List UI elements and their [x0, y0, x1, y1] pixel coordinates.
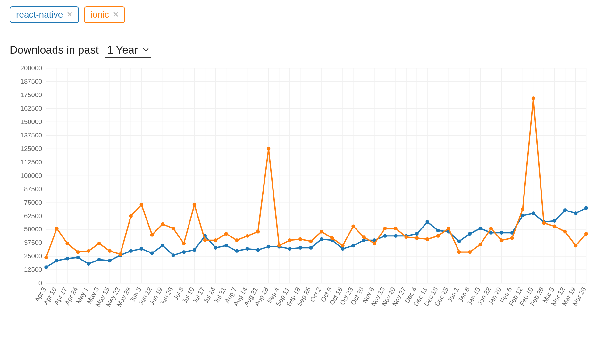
data-point[interactable] — [129, 249, 133, 253]
data-point[interactable] — [298, 246, 302, 250]
data-point[interactable] — [553, 224, 556, 228]
data-point[interactable] — [404, 235, 408, 239]
data-point[interactable] — [521, 207, 524, 211]
data-point[interactable] — [532, 96, 535, 100]
data-point[interactable] — [119, 252, 122, 256]
close-icon[interactable]: ✕ — [67, 11, 72, 19]
chevron-down-icon — [143, 48, 149, 52]
data-point[interactable] — [129, 214, 133, 218]
data-point[interactable] — [214, 246, 217, 250]
data-point[interactable] — [500, 231, 503, 235]
data-point[interactable] — [425, 220, 429, 224]
data-point[interactable] — [182, 242, 186, 245]
data-point[interactable] — [161, 222, 164, 226]
data-point[interactable] — [341, 247, 344, 251]
data-point[interactable] — [383, 234, 387, 238]
data-point[interactable] — [214, 238, 217, 242]
data-point[interactable] — [468, 232, 472, 236]
data-point[interactable] — [574, 244, 577, 247]
data-point[interactable] — [193, 248, 196, 252]
data-point[interactable] — [44, 265, 48, 269]
data-point[interactable] — [489, 227, 493, 230]
data-point[interactable] — [267, 245, 270, 248]
data-point[interactable] — [55, 227, 58, 230]
data-point[interactable] — [182, 250, 186, 254]
data-point[interactable] — [584, 206, 588, 210]
data-point[interactable] — [87, 262, 90, 266]
data-point[interactable] — [330, 236, 334, 240]
data-point[interactable] — [394, 227, 397, 230]
data-point[interactable] — [563, 208, 567, 212]
data-point[interactable] — [140, 203, 143, 206]
data-point[interactable] — [320, 237, 323, 241]
data-point[interactable] — [55, 259, 58, 262]
data-point[interactable] — [65, 242, 69, 245]
data-point[interactable] — [288, 247, 291, 251]
data-point[interactable] — [203, 238, 207, 242]
data-point[interactable] — [542, 221, 546, 225]
data-point[interactable] — [172, 253, 175, 257]
data-point[interactable] — [320, 230, 323, 233]
data-point[interactable] — [447, 227, 450, 230]
data-point[interactable] — [351, 224, 355, 228]
data-point[interactable] — [584, 232, 588, 236]
y-tick-label: 0 — [38, 279, 42, 286]
period-select[interactable]: 1 Year — [105, 42, 151, 58]
data-point[interactable] — [415, 232, 418, 236]
data-point[interactable] — [373, 242, 376, 245]
data-point[interactable] — [479, 227, 482, 230]
data-point[interactable] — [436, 234, 440, 238]
data-point[interactable] — [468, 250, 472, 254]
data-point[interactable] — [425, 237, 429, 241]
data-point[interactable] — [65, 257, 69, 260]
data-point[interactable] — [362, 238, 365, 242]
data-point[interactable] — [108, 249, 111, 253]
data-point[interactable] — [193, 203, 196, 206]
data-point[interactable] — [298, 237, 302, 241]
data-point[interactable] — [161, 244, 164, 247]
data-point[interactable] — [553, 219, 556, 223]
data-point[interactable] — [235, 238, 239, 242]
data-point[interactable] — [108, 259, 111, 262]
data-point[interactable] — [574, 211, 577, 215]
data-point[interactable] — [150, 233, 154, 236]
close-icon[interactable]: ✕ — [113, 11, 119, 19]
data-point[interactable] — [76, 250, 80, 254]
data-point[interactable] — [246, 247, 249, 251]
data-point[interactable] — [351, 244, 355, 247]
data-point[interactable] — [277, 244, 281, 247]
data-point[interactable] — [362, 235, 365, 239]
data-point[interactable] — [457, 250, 461, 254]
data-point[interactable] — [224, 244, 228, 247]
data-point[interactable] — [150, 251, 154, 255]
data-point[interactable] — [256, 230, 260, 233]
data-point[interactable] — [309, 246, 313, 250]
data-point[interactable] — [140, 247, 143, 251]
data-point[interactable] — [457, 239, 461, 243]
data-point[interactable] — [97, 258, 101, 261]
data-point[interactable] — [532, 211, 535, 215]
data-point[interactable] — [97, 242, 101, 245]
data-point[interactable] — [309, 239, 313, 243]
data-point[interactable] — [44, 256, 48, 259]
tag-ionic[interactable]: ionic ✕ — [84, 6, 125, 23]
data-point[interactable] — [267, 147, 270, 151]
data-point[interactable] — [235, 249, 239, 253]
data-point[interactable] — [394, 234, 397, 238]
data-point[interactable] — [510, 236, 514, 240]
data-point[interactable] — [341, 244, 344, 247]
data-point[interactable] — [479, 243, 482, 246]
data-point[interactable] — [172, 227, 175, 230]
data-point[interactable] — [246, 234, 249, 238]
tag-react-native[interactable]: react-native ✕ — [10, 6, 79, 23]
data-point[interactable] — [288, 238, 291, 242]
data-point[interactable] — [256, 248, 260, 252]
data-point[interactable] — [76, 256, 80, 259]
data-point[interactable] — [224, 232, 228, 236]
data-point[interactable] — [383, 227, 387, 230]
data-point[interactable] — [563, 230, 567, 233]
data-point[interactable] — [500, 238, 503, 242]
data-point[interactable] — [87, 249, 90, 253]
data-point[interactable] — [415, 236, 418, 240]
data-point[interactable] — [436, 229, 440, 232]
